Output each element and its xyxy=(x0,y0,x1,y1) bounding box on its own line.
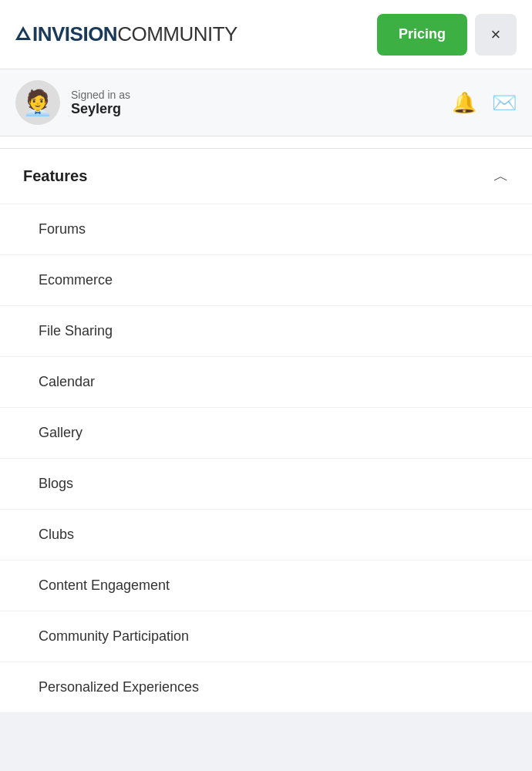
logo: INVISION COMMUNITY xyxy=(15,22,237,46)
pricing-button[interactable]: Pricing xyxy=(377,14,467,56)
signed-in-label: Signed in as xyxy=(71,89,130,101)
list-item: Forums xyxy=(0,204,532,255)
list-item: Gallery xyxy=(0,408,532,459)
feature-link[interactable]: Blogs xyxy=(0,459,532,509)
divider xyxy=(0,136,532,149)
features-header[interactable]: Features ︿ xyxy=(0,149,532,204)
close-icon: × xyxy=(491,25,501,45)
logo-triangle-icon xyxy=(15,26,31,40)
list-item: Clubs xyxy=(0,510,532,561)
feature-link[interactable]: Ecommerce xyxy=(0,255,532,305)
list-item: File Sharing xyxy=(0,306,532,357)
feature-link[interactable]: File Sharing xyxy=(0,306,532,356)
feature-link[interactable]: Personalized Experiences xyxy=(0,662,532,712)
user-info: 🧑‍💼 Signed in as Seylerg xyxy=(15,80,130,125)
logo-invision-text: INVISION xyxy=(32,22,117,46)
navbar-actions: Pricing × xyxy=(377,14,517,56)
mail-icon[interactable]: ✉️ xyxy=(492,91,517,115)
feature-link[interactable]: Forums xyxy=(0,204,532,254)
close-button[interactable]: × xyxy=(475,14,517,56)
list-item: Community Participation xyxy=(0,611,532,662)
user-text: Signed in as Seylerg xyxy=(71,89,130,117)
feature-link[interactable]: Gallery xyxy=(0,408,532,458)
list-item: Content Engagement xyxy=(0,561,532,611)
features-list: ForumsEcommerceFile SharingCalendarGalle… xyxy=(0,204,532,713)
features-section: Features ︿ ForumsEcommerceFile SharingCa… xyxy=(0,149,532,713)
feature-link[interactable]: Community Participation xyxy=(0,611,532,662)
features-title: Features xyxy=(23,167,87,185)
logo-community-text: COMMUNITY xyxy=(117,22,237,46)
avatar-emoji: 🧑‍💼 xyxy=(22,88,53,117)
list-item: Ecommerce xyxy=(0,255,532,306)
list-item: Personalized Experiences xyxy=(0,662,532,713)
feature-link[interactable]: Calendar xyxy=(0,357,532,407)
bell-icon[interactable]: 🔔 xyxy=(452,91,476,115)
user-bar: 🧑‍💼 Signed in as Seylerg 🔔 ✉️ xyxy=(0,69,532,136)
feature-link[interactable]: Clubs xyxy=(0,510,532,560)
chevron-up-icon: ︿ xyxy=(493,166,509,187)
navbar: INVISION COMMUNITY Pricing × xyxy=(0,0,532,69)
list-item: Blogs xyxy=(0,459,532,510)
list-item: Calendar xyxy=(0,357,532,408)
username: Seylerg xyxy=(71,101,130,117)
user-icons: 🔔 ✉️ xyxy=(452,91,517,115)
avatar: 🧑‍💼 xyxy=(15,80,60,125)
feature-link[interactable]: Content Engagement xyxy=(0,561,532,611)
